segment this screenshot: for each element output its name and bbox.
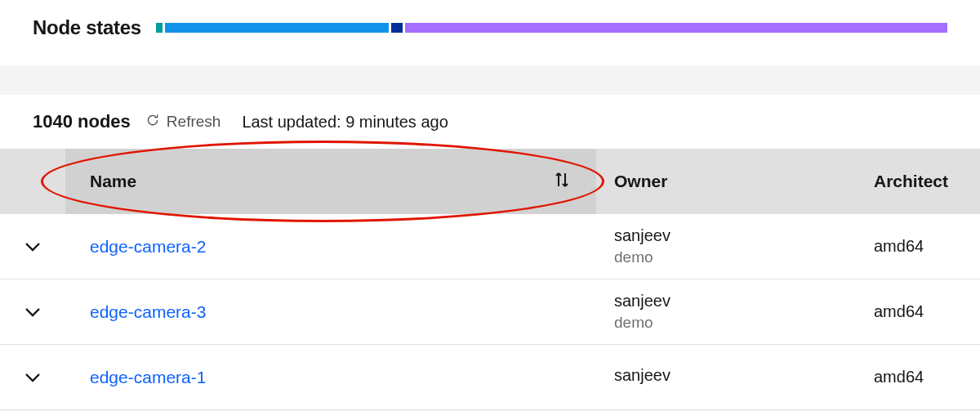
table-row: edge-camera-3 sanjeev demo amd64 xyxy=(0,279,980,345)
expand-toggle[interactable] xyxy=(0,372,65,383)
owner-cell: sanjeev demo xyxy=(596,226,874,266)
architecture-cell: amd64 xyxy=(874,302,924,321)
architecture-cell: amd64 xyxy=(874,368,924,386)
node-count: 1040 nodes xyxy=(33,111,131,132)
owner-name: sanjeev xyxy=(614,292,874,310)
panel-title: Node states xyxy=(33,16,141,39)
column-header-architecture[interactable]: Architect xyxy=(874,172,948,191)
node-name-cell: edge-camera-1 xyxy=(65,368,596,387)
expand-toggle[interactable] xyxy=(0,241,65,252)
nodes-table: Name Owner Architect edge-c xyxy=(0,149,980,410)
node-states-panel: Node states xyxy=(0,0,980,65)
node-link[interactable]: edge-camera-1 xyxy=(90,368,206,386)
owner-sub: demo xyxy=(614,314,874,332)
column-header-owner[interactable]: Owner xyxy=(596,172,874,191)
column-label-architecture: Architect xyxy=(874,172,948,190)
node-states-bar xyxy=(156,23,947,33)
state-segment-darkblue xyxy=(391,23,403,33)
owner-name: sanjeev xyxy=(614,366,874,385)
refresh-icon xyxy=(145,113,160,132)
node-link[interactable]: edge-camera-2 xyxy=(90,237,206,256)
column-label-name: Name xyxy=(90,172,136,191)
table-row: edge-camera-1 sanjeev amd64 xyxy=(0,345,980,410)
table-toolbar: 1040 nodes Refresh Last updated: 9 minut… xyxy=(0,95,980,149)
expand-toggle[interactable] xyxy=(0,306,65,318)
node-link[interactable]: edge-camera-3 xyxy=(90,302,206,321)
refresh-label: Refresh xyxy=(167,113,221,131)
node-name-cell: edge-camera-3 xyxy=(65,302,596,322)
owner-cell: sanjeev xyxy=(596,366,874,388)
column-label-owner: Owner xyxy=(614,172,667,190)
spacer xyxy=(0,65,980,95)
architecture-cell: amd64 xyxy=(874,237,924,256)
owner-name: sanjeev xyxy=(614,226,874,245)
column-header-name[interactable]: Name xyxy=(65,149,596,214)
owner-cell: sanjeev demo xyxy=(596,292,874,332)
state-segment-teal xyxy=(156,23,163,33)
table-row: edge-camera-2 sanjeev demo amd64 xyxy=(0,214,980,279)
table-header-row: Name Owner Architect xyxy=(0,149,980,214)
node-name-cell: edge-camera-2 xyxy=(65,237,596,257)
last-updated-label: Last updated: 9 minutes ago xyxy=(242,113,448,132)
state-segment-blue xyxy=(165,23,389,33)
sort-icon xyxy=(552,170,572,193)
refresh-button[interactable]: Refresh xyxy=(145,113,221,132)
owner-sub: demo xyxy=(614,248,874,266)
nodes-table-panel: 1040 nodes Refresh Last updated: 9 minut… xyxy=(0,95,980,410)
state-segment-purple xyxy=(405,23,947,33)
panel-header: Node states xyxy=(0,0,980,65)
